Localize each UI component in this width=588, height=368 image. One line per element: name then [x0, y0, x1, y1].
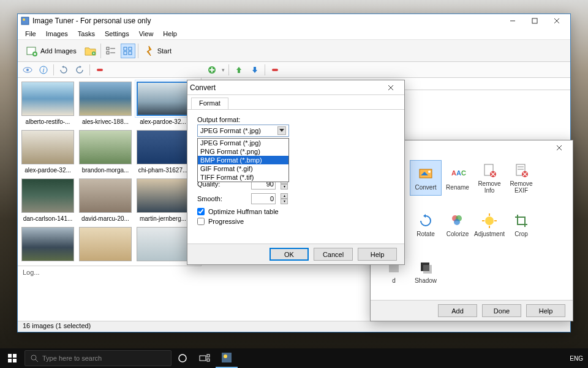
- output-format-dropdown[interactable]: JPEG Format (*.jpg)PNG Format (*.png)BMP…: [197, 138, 289, 182]
- svg-line-76: [36, 359, 38, 362]
- convert-cancel-button[interactable]: Cancel: [314, 248, 353, 261]
- smooth-input[interactable]: [251, 193, 276, 204]
- output-format-combo[interactable]: JPEG Format (*.jpg): [197, 125, 289, 137]
- menu-view[interactable]: View: [134, 29, 159, 39]
- thumbnail-item[interactable]: alberto-restifo-...: [21, 82, 74, 125]
- convert-help-button[interactable]: Help: [358, 248, 397, 261]
- convert-close-button[interactable]: [380, 81, 402, 94]
- task-view-icon[interactable]: [194, 348, 216, 368]
- menu-file[interactable]: File: [20, 29, 41, 39]
- svg-rect-71: [8, 354, 12, 358]
- task-item-rename[interactable]: AACRename: [442, 160, 473, 196]
- menu-settings[interactable]: Settings: [100, 29, 134, 39]
- thumbnail-item[interactable]: ales-krivec-188...: [79, 82, 132, 125]
- menu-images[interactable]: Images: [41, 29, 73, 39]
- optimize-checkbox[interactable]: [197, 208, 205, 215]
- info-icon[interactable]: i: [37, 64, 50, 76]
- move-down-icon[interactable]: [249, 64, 261, 76]
- svg-text:A: A: [451, 169, 456, 177]
- thumbnail-image: [79, 178, 132, 213]
- smooth-spin-down[interactable]: ▾: [281, 199, 288, 204]
- format-option[interactable]: JPEG Format (*.jpg): [198, 139, 288, 147]
- task-help-button[interactable]: Help: [526, 304, 565, 317]
- thumbnail-item[interactable]: [21, 227, 74, 264]
- progressive-checkbox[interactable]: [197, 218, 205, 225]
- remove-icon[interactable]: [94, 64, 106, 76]
- cortana-icon[interactable]: [172, 348, 194, 368]
- svg-point-75: [31, 355, 36, 360]
- view-thumbnails-button[interactable]: [121, 44, 135, 58]
- svg-text:A: A: [456, 169, 461, 177]
- thumbnail-image: [21, 82, 74, 116]
- thumbnail-item[interactable]: chi-pham-31627...: [137, 130, 189, 174]
- start-label: Start: [157, 47, 172, 55]
- task-item-shadow[interactable]: Shadow: [410, 254, 442, 289]
- start-menu-button[interactable]: [0, 348, 24, 368]
- svg-marker-31: [236, 67, 241, 70]
- task-item-adjustment[interactable]: Adjustment: [473, 207, 505, 242]
- language-indicator[interactable]: ENG: [570, 355, 583, 362]
- thumbnail-item[interactable]: alex-pardoe-32...: [21, 130, 74, 174]
- thumbnail-label: alex-pardoe-32...: [22, 167, 74, 174]
- maximize-button[interactable]: [524, 14, 546, 28]
- start-button[interactable]: Start: [141, 42, 176, 60]
- task-done-button[interactable]: Done: [482, 304, 521, 317]
- svg-point-59: [454, 219, 460, 225]
- thumbnail-item[interactable]: alex-pardoe-32...: [137, 82, 189, 125]
- thumbnail-item[interactable]: brandon-morga...: [79, 130, 132, 174]
- svg-rect-74: [13, 359, 17, 362]
- thumbnail-item[interactable]: [137, 227, 189, 264]
- format-option[interactable]: PNG Format (*.png): [198, 147, 288, 156]
- task-item-label: Crop: [514, 231, 528, 237]
- view-list-button[interactable]: [104, 44, 118, 58]
- rotate-right-icon[interactable]: [74, 64, 86, 76]
- task-item-crop[interactable]: Crop: [505, 207, 537, 242]
- close-button[interactable]: [546, 14, 568, 28]
- taskbar-search[interactable]: Type here to search: [24, 350, 172, 366]
- progressive-label[interactable]: Progressive: [208, 218, 244, 225]
- add-task-icon[interactable]: [206, 64, 218, 76]
- optimize-label[interactable]: Optimize Huffman table: [208, 208, 279, 215]
- convert-ok-button[interactable]: OK: [270, 248, 309, 261]
- task-dialog-close-button[interactable]: [548, 141, 570, 155]
- move-up-icon[interactable]: [233, 64, 245, 76]
- task-add-button[interactable]: Add: [438, 304, 477, 317]
- remove-exif-icon: [513, 162, 530, 179]
- quality-spin-down[interactable]: ▾: [281, 184, 288, 190]
- colorize-icon: [449, 212, 466, 229]
- svg-rect-35: [272, 69, 278, 71]
- menubar: FileImagesTasksSettingsViewHelp: [18, 28, 570, 40]
- format-option[interactable]: BMP Format (*.bmp): [198, 156, 288, 164]
- format-option[interactable]: TIFF Format (*.tif): [198, 173, 288, 182]
- taskbar-app-icon[interactable]: [216, 348, 238, 368]
- svg-point-60: [485, 217, 494, 225]
- task-item-remove-exif[interactable]: RemoveEXIF: [505, 160, 537, 196]
- remove-task-icon[interactable]: [269, 64, 281, 76]
- add-images-button[interactable]: Add Images: [21, 42, 81, 60]
- thumbnail-item[interactable]: dan-carlson-141...: [21, 178, 74, 222]
- task-item-convert[interactable]: Convert: [410, 160, 442, 196]
- task-item-label: d: [392, 277, 396, 284]
- search-placeholder: Type here to search: [42, 355, 102, 362]
- window-title: Image Tuner - For personal use only: [32, 17, 502, 25]
- svg-rect-19: [124, 52, 127, 55]
- svg-rect-67: [423, 265, 432, 274]
- add-folder-button[interactable]: [83, 44, 98, 58]
- menu-tasks[interactable]: Tasks: [73, 29, 100, 39]
- task-item-rotate[interactable]: Rotate: [410, 207, 442, 242]
- task-item-colorize[interactable]: Colorize: [442, 207, 473, 242]
- adjustment-icon: [481, 212, 498, 229]
- thumbnail-item[interactable]: david-marcu-20...: [79, 178, 132, 222]
- minimize-button[interactable]: [502, 14, 524, 28]
- format-option[interactable]: GIF Format (*.gif): [198, 164, 288, 173]
- smooth-spin-up[interactable]: ▴: [281, 193, 288, 199]
- preview-icon[interactable]: [21, 64, 34, 76]
- thumbnail-item[interactable]: martin-jernberg...: [137, 178, 189, 222]
- rotate-left-icon[interactable]: [58, 64, 70, 76]
- tab-format[interactable]: Format: [191, 98, 228, 109]
- task-item-label: Rename: [446, 184, 469, 191]
- menu-help[interactable]: Help: [158, 29, 182, 39]
- add-images-label: Add Images: [40, 47, 77, 55]
- task-item-remove-info[interactable]: RemoveInfo: [473, 160, 505, 196]
- thumbnail-item[interactable]: [79, 227, 132, 264]
